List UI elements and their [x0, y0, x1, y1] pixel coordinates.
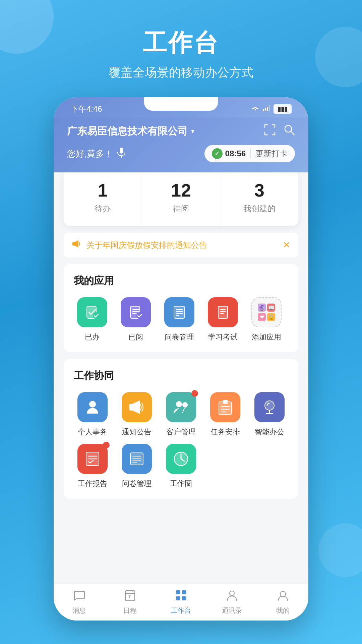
work-collab-grid: 个人事务 通知公告	[74, 392, 288, 489]
my-apps-grid: 已办 已阅	[74, 297, 288, 342]
status-icons: ▮▮▮	[251, 104, 292, 114]
notice-close-icon[interactable]: ✕	[283, 240, 290, 250]
notice-speaker-icon	[72, 239, 81, 251]
app-item-add[interactable]: 🔮 📖 ❤ 🔒 添加	[248, 297, 285, 342]
nav-icon-schedule: 7	[124, 589, 136, 604]
nav-label-workbench: 工作台	[171, 606, 191, 615]
collab-label-questionnaire: 问卷管理	[122, 479, 152, 489]
stat-created-number: 3	[227, 181, 292, 199]
search-icon[interactable]	[284, 124, 295, 138]
app-icon-exam	[208, 297, 238, 327]
checkin-time: ✓ 08:56	[212, 148, 246, 159]
svg-rect-16	[174, 306, 185, 318]
notice-text[interactable]: 关于年国庆假放假安排的通知公告	[86, 240, 278, 251]
collab-item-personal[interactable]: 个人事务	[74, 392, 111, 437]
bottom-nav: 消息 7 日程	[54, 584, 308, 621]
checkin-time-text: 08:56	[225, 149, 246, 158]
nav-item-workbench[interactable]: 工作台	[156, 589, 206, 615]
collab-label-personal: 个人事务	[78, 427, 107, 437]
badge-workreport	[103, 442, 110, 448]
collab-item-customer[interactable]: 客户管理	[162, 392, 200, 437]
collab-item-workcircle[interactable]: 工作圈	[162, 444, 200, 489]
app-icon-done	[77, 297, 107, 327]
stat-pending[interactable]: 1 待办	[64, 172, 142, 226]
page-title: 工作台	[0, 27, 362, 59]
collab-item-notice[interactable]: 通知公告	[118, 392, 156, 437]
svg-rect-39	[130, 453, 143, 465]
svg-rect-2	[267, 107, 268, 111]
company-text: 广东易臣信息技术有限公司	[67, 124, 188, 138]
nav-item-schedule[interactable]: 7 日程	[105, 589, 156, 615]
my-apps-title: 我的应用	[74, 274, 288, 288]
app-item-read[interactable]: 已阅	[117, 297, 154, 342]
nav-label-messages: 消息	[72, 606, 86, 615]
svg-point-27	[182, 402, 188, 408]
collab-icon-customer	[166, 392, 196, 422]
svg-point-54	[230, 591, 234, 596]
app-item-done[interactable]: 已办	[74, 297, 111, 342]
header-actions	[264, 124, 295, 138]
work-collab-title: 工作协同	[74, 369, 288, 383]
collab-icon-smart	[254, 392, 285, 422]
collab-label-customer: 客户管理	[166, 427, 196, 437]
company-dropdown-icon[interactable]: ▾	[191, 127, 194, 135]
phone-mockup: 下午4:46 ▮▮▮ 广东易臣信息技术有限公司 ▾	[54, 97, 308, 621]
nav-icon-workbench	[175, 589, 187, 604]
update-checkin-button[interactable]: 更新打卡	[255, 148, 288, 159]
collab-icon-questionnaire	[122, 444, 152, 474]
svg-rect-1	[265, 108, 266, 111]
bg-decoration-circle-bottomright	[318, 523, 362, 577]
svg-point-25	[89, 401, 96, 408]
stat-to-read[interactable]: 12 待阅	[142, 172, 221, 226]
svg-point-33	[265, 401, 274, 410]
svg-rect-29	[223, 400, 228, 404]
app-label-read: 已阅	[128, 332, 143, 342]
collab-label-workreport: 工作报告	[78, 479, 107, 489]
nav-item-contacts[interactable]: 通讯录	[206, 589, 257, 615]
app-label-survey: 问卷管理	[165, 332, 194, 342]
svg-point-26	[176, 401, 182, 407]
signal-icon	[263, 105, 270, 113]
collab-item-smart[interactable]: 智能办公	[251, 392, 288, 437]
stat-pending-label: 待办	[70, 203, 135, 214]
nav-label-schedule: 日程	[123, 606, 137, 615]
app-item-survey[interactable]: 问卷管理	[161, 297, 198, 342]
greeting-area: 您好,黄多！	[67, 148, 126, 160]
svg-rect-53	[182, 596, 186, 600]
status-time: 下午4:46	[70, 104, 102, 114]
page-header: 工作台 覆盖全场景的移动办公方式	[0, 0, 362, 94]
wifi-icon	[251, 105, 259, 113]
collab-label-smart: 智能办公	[255, 427, 284, 437]
stat-created[interactable]: 3 我创建的	[220, 172, 298, 226]
nav-label-mine: 我的	[276, 606, 290, 615]
collab-label-notice: 通知公告	[122, 427, 152, 437]
page-subtitle: 覆盖全场景的移动办公方式	[0, 64, 362, 81]
collab-label-workcircle: 工作圈	[170, 479, 192, 489]
work-collab-section: 工作协同 个人事务	[64, 359, 298, 499]
collab-icon-personal	[77, 392, 108, 422]
my-apps-section: 我的应用 已办	[64, 264, 298, 352]
company-name-area[interactable]: 广东易臣信息技术有限公司 ▾	[67, 124, 194, 138]
collab-item-questionnaire[interactable]: 问卷管理	[118, 444, 156, 489]
app-item-exam[interactable]: 学习考试	[204, 297, 241, 342]
stat-to-read-label: 待阅	[149, 203, 214, 214]
nav-icon-contacts	[226, 589, 238, 604]
svg-rect-6	[120, 148, 123, 154]
svg-rect-3	[269, 105, 270, 111]
nav-item-messages[interactable]: 消息	[54, 589, 105, 615]
nav-icon-messages	[73, 589, 85, 604]
checkin-area[interactable]: ✓ 08:56 更新打卡	[204, 145, 295, 162]
checkin-divider	[250, 149, 251, 158]
stats-card: 1 待办 12 待阅 3 我创建的	[64, 172, 298, 226]
collab-item-workreport[interactable]: 工作报告	[74, 444, 111, 489]
check-icon: ✓	[212, 148, 223, 159]
app-label-add: 添加应用	[252, 332, 281, 342]
fullscreen-icon[interactable]	[264, 124, 276, 138]
collab-item-task[interactable]: 任务安排	[206, 392, 244, 437]
svg-rect-51	[182, 590, 186, 594]
collab-icon-task	[210, 392, 240, 422]
mic-icon[interactable]	[117, 148, 126, 160]
notice-banner: 关于年国庆假放假安排的通知公告 ✕	[64, 233, 298, 257]
stat-to-read-number: 12	[149, 181, 214, 199]
nav-item-mine[interactable]: 我的	[257, 589, 308, 615]
